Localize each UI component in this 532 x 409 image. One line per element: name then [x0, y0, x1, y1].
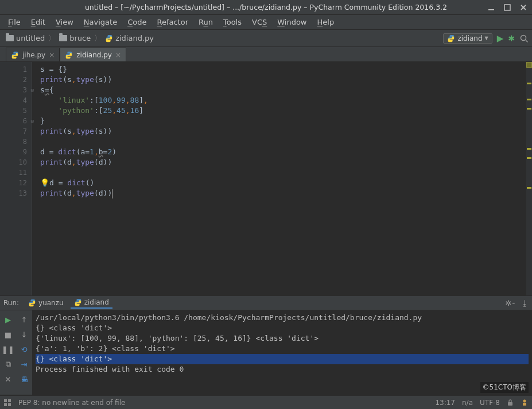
status-bar: PEP 8: no newline at end of file 13:17 n… [0, 395, 532, 409]
run-left-toolbar: ▶ ■ ❚❚ ⧉ ✕ [0, 310, 16, 395]
code-line[interactable] [40, 168, 532, 178]
hector-icon[interactable] [521, 399, 529, 407]
print-button[interactable]: 🖶 [18, 373, 30, 385]
breadcrumb-separator: 〉 [94, 33, 102, 44]
status-encoding[interactable]: UTF-8 [480, 399, 500, 407]
svg-rect-3 [4, 399, 7, 402]
gear-icon[interactable]: ✲⁃ [506, 299, 515, 307]
down-button[interactable]: ↓ [18, 329, 30, 340]
code-line[interactable]: 💡d = dict() [40, 178, 532, 188]
error-stripe [526, 62, 532, 295]
code-line[interactable]: 'linux':[100,99,88], [40, 95, 532, 106]
run-output[interactable]: /usr/local/python3/bin/python3.6 /home/k… [32, 310, 532, 395]
output-line: {} <class 'dict'> [36, 323, 529, 333]
debug-button[interactable]: ✱ [508, 34, 515, 43]
output-line: Process finished with exit code 0 [36, 364, 529, 375]
maximize-button[interactable] [503, 3, 511, 11]
run-tool-header: Run: yuanzuzidiand ✲⁃ ⭳ [0, 295, 532, 310]
status-hint: PEP 8: no newline at end of file [18, 399, 125, 407]
os-titlebar: untitled – [~/PycharmProjects/untitled] … [0, 0, 532, 15]
run-config-selector[interactable]: zidiand ▼ [443, 33, 492, 44]
editor-tab[interactable]: zidiand.py× [60, 48, 126, 61]
output-line: {} <class 'dict'> [36, 354, 529, 364]
code-line[interactable]: s={ [40, 85, 532, 95]
menu-code[interactable]: Code [123, 17, 151, 28]
svg-rect-5 [4, 403, 7, 406]
run-tab[interactable]: zidiand [71, 297, 112, 309]
svg-rect-0 [488, 9, 494, 10]
menu-view[interactable]: View [51, 17, 78, 28]
menu-edit[interactable]: Edit [26, 17, 50, 28]
run-config-label: zidiand [457, 34, 482, 42]
run-left-toolbar-2: ↑ ↓ ⟲ ⇥ 🖶 [16, 310, 32, 395]
editor-tabs: jihe.py×zidiand.py× [0, 47, 532, 62]
nav-bar: untitled〉bruce〉zidiand.py zidiand ▼ ▶ ✱ [0, 30, 532, 47]
svg-rect-4 [8, 399, 11, 402]
run-button[interactable]: ▶ [497, 33, 504, 44]
watermark: ©51CTO博客 [480, 382, 529, 393]
code-line[interactable]: print(d,type(d)) [40, 188, 532, 198]
close-button[interactable] [519, 3, 527, 11]
code-line[interactable]: } [40, 116, 532, 126]
menu-vcs[interactable]: VCS [247, 17, 271, 28]
run-tool-label: Run: [3, 299, 19, 307]
code-line[interactable]: s = {} [40, 64, 532, 75]
breadcrumb-item[interactable]: untitled [3, 33, 47, 44]
status-na: n/a [462, 399, 473, 407]
svg-rect-1 [504, 5, 510, 10]
close-tab-icon[interactable]: × [49, 51, 55, 59]
up-button[interactable]: ↑ [18, 314, 30, 325]
code-line[interactable]: 'python':[25,45,16] [40, 106, 532, 116]
scroll-end-button[interactable]: ⇥ [18, 359, 30, 370]
stop-button[interactable]: ■ [2, 329, 14, 340]
caret-position: 13:17 [435, 399, 455, 407]
menu-tools[interactable]: Tools [219, 17, 246, 28]
code-area[interactable]: s = {}print(s,type(s))s={ 'linux':[100,9… [32, 62, 532, 295]
menu-file[interactable]: File [3, 17, 25, 28]
search-icon[interactable] [519, 34, 529, 43]
code-line[interactable] [40, 137, 532, 147]
chevron-down-icon: ▼ [485, 36, 488, 41]
svg-rect-7 [508, 402, 512, 406]
editor-tab[interactable]: jihe.py× [6, 48, 60, 61]
code-line[interactable]: print(d,type(d)) [40, 157, 532, 168]
svg-point-8 [523, 399, 526, 402]
menu-run[interactable]: Run [194, 17, 218, 28]
soft-wrap-button[interactable]: ⟲ [18, 344, 30, 355]
python-icon [447, 34, 455, 42]
svg-rect-6 [8, 403, 11, 406]
rerun-button[interactable]: ▶ [2, 314, 14, 325]
code-line[interactable]: print(s,type(s)) [40, 126, 532, 137]
breadcrumb-separator: 〉 [48, 33, 56, 44]
close-tab-icon[interactable]: × [115, 51, 121, 59]
menu-bar: FileEditViewNavigateCodeRefactorRunTools… [0, 15, 532, 30]
output-line: {'a': 1, 'b': 2} <class 'dict'> [36, 344, 529, 354]
breadcrumb-item[interactable]: bruce [57, 33, 93, 44]
status-icon [3, 399, 11, 407]
menu-help[interactable]: Help [313, 17, 339, 28]
intention-bulb-icon[interactable]: 💡 [40, 178, 49, 187]
run-tab[interactable]: yuanzu [25, 297, 67, 309]
editor[interactable]: 123⊟456⊟78910111213 s = {}print(s,type(s… [0, 62, 532, 295]
lock-icon[interactable] [507, 399, 514, 406]
menu-window[interactable]: Window [273, 17, 311, 28]
breadcrumb-item[interactable]: zidiand.py [103, 33, 156, 44]
menu-navigate[interactable]: Navigate [79, 17, 122, 28]
gutter: 123⊟456⊟78910111213 [0, 62, 32, 295]
output-line: {'linux': [100, 99, 88], 'python': [25, … [36, 333, 529, 344]
svg-point-2 [521, 35, 526, 40]
close-run-button[interactable]: ✕ [2, 373, 14, 385]
pause-button[interactable]: ❚❚ [2, 344, 14, 355]
svg-rect-9 [523, 403, 526, 406]
window-title: untitled – [~/PycharmProjects/untitled] … [85, 3, 447, 11]
breadcrumb: untitled〉bruce〉zidiand.py [3, 33, 442, 44]
hide-button[interactable]: ⭳ [521, 299, 529, 307]
folder-icon [59, 35, 67, 41]
code-line[interactable]: d = dict(a=1,b=2) [40, 147, 532, 157]
dump-button[interactable]: ⧉ [2, 359, 14, 370]
menu-refactor[interactable]: Refactor [152, 17, 193, 28]
output-line: /usr/local/python3/bin/python3.6 /home/k… [36, 313, 529, 323]
folder-icon [6, 35, 14, 41]
minimize-button[interactable] [487, 3, 495, 11]
code-line[interactable]: print(s,type(s)) [40, 75, 532, 85]
